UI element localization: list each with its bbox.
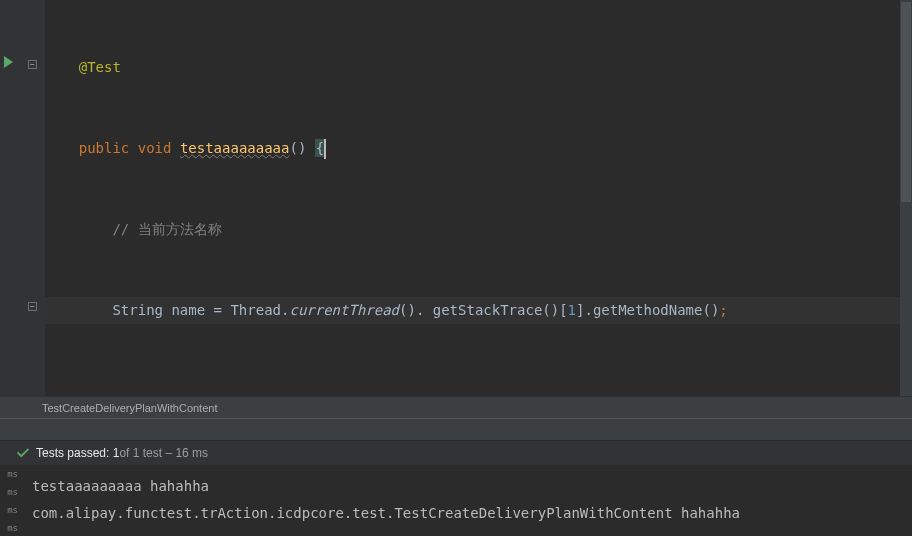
caret bbox=[324, 139, 326, 159]
keyword-void: void bbox=[138, 140, 172, 156]
code-content[interactable]: @Test public void testaaaaaaaaa() { // 当… bbox=[45, 0, 912, 396]
test-tree-strip[interactable]: ms ms ms ms ms bbox=[0, 465, 20, 536]
strip-item[interactable]: ms bbox=[0, 519, 20, 536]
fold-expand-icon[interactable]: − bbox=[28, 302, 42, 316]
keyword-public: public bbox=[79, 140, 130, 156]
check-icon bbox=[16, 446, 30, 460]
strip-item[interactable]: ms bbox=[0, 501, 20, 519]
static-call: currentThread bbox=[289, 302, 399, 318]
code-text: String name = Thread. bbox=[112, 302, 289, 318]
number-literal: 1 bbox=[568, 302, 576, 318]
editor-scrollbar[interactable] bbox=[900, 0, 912, 396]
method-name: testaaaaaaaaa bbox=[180, 140, 290, 156]
editor-gutter[interactable]: − − bbox=[0, 0, 45, 396]
strip-item[interactable]: ms bbox=[0, 465, 20, 483]
annotation: @Test bbox=[79, 59, 121, 75]
strip-item[interactable]: ms bbox=[0, 483, 20, 501]
run-test-icon[interactable] bbox=[4, 56, 13, 68]
fold-collapse-icon[interactable]: − bbox=[28, 60, 42, 74]
scrollbar-thumb[interactable] bbox=[901, 2, 911, 202]
code-text: (). getStackTrace()[ bbox=[399, 302, 568, 318]
comment: // 当前方法名称 bbox=[112, 221, 221, 237]
code-editor[interactable]: − − @Test public void testaaaaaaaaa() { … bbox=[0, 0, 912, 396]
console-output[interactable]: ms ms ms ms ms testaaaaaaaaa hahahha com… bbox=[0, 465, 912, 536]
code-text: ].getMethodName() bbox=[576, 302, 719, 318]
semicolon: ; bbox=[719, 302, 727, 318]
console-line: testaaaaaaaaa hahahha bbox=[0, 473, 912, 500]
console-line: com.alipay.functest.trAction.icdpcore.te… bbox=[0, 500, 912, 527]
